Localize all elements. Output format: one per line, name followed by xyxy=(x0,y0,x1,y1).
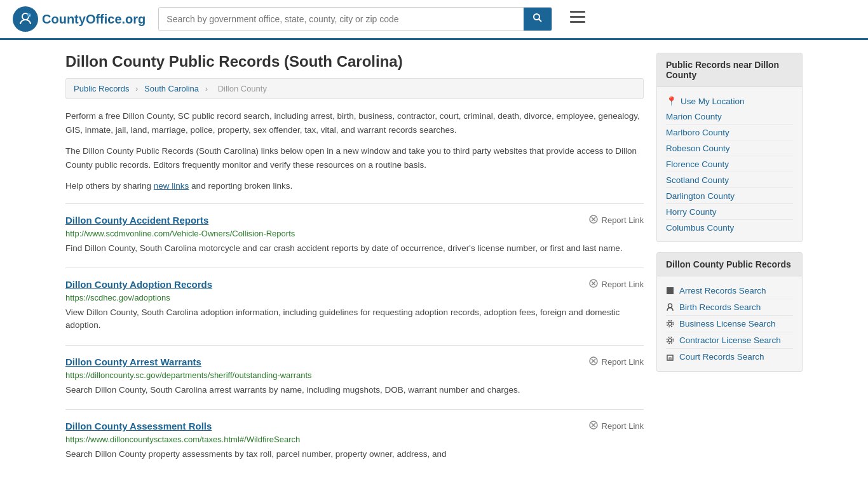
main-content: Dillon County Public Records (South Caro… xyxy=(65,53,644,473)
record-title[interactable]: Dillon County Accident Reports xyxy=(65,215,208,226)
svg-point-21 xyxy=(668,304,672,308)
county-link[interactable]: Florence County xyxy=(666,159,729,169)
record-desc: Search Dillon County property assessment… xyxy=(65,448,644,461)
county-link[interactable]: Marlboro County xyxy=(666,128,729,137)
record-url: http://www.scdmvonline.com/Vehicle-Owner… xyxy=(65,229,644,238)
report-link-label: Report Link xyxy=(602,280,644,289)
new-links-link[interactable]: new links xyxy=(154,181,189,191)
record-entry: Dillon County Arrest Warrants Report Lin… xyxy=(65,356,644,396)
record-type-link[interactable]: Birth Records Search xyxy=(679,302,761,312)
svg-line-4 xyxy=(539,19,541,22)
record-url: https://dilloncounty.sc.gov/departments/… xyxy=(65,370,644,380)
record-type-link[interactable]: Arrest Records Search xyxy=(679,286,766,295)
record-header: Dillon County Arrest Warrants Report Lin… xyxy=(65,356,644,368)
record-icon xyxy=(666,320,675,329)
county-link[interactable]: Scotland County xyxy=(666,175,729,185)
svg-point-25 xyxy=(667,337,674,343)
description-para1: Perform a free Dillon County, SC public … xyxy=(65,109,644,137)
record-type-link[interactable]: Court Records Search xyxy=(679,352,764,362)
report-link-button[interactable]: Report Link xyxy=(588,420,644,432)
report-link-button[interactable]: Report Link xyxy=(588,278,644,290)
page-title: Dillon County Public Records (South Caro… xyxy=(65,53,644,71)
svg-rect-5 xyxy=(570,11,585,13)
divider xyxy=(65,203,644,204)
list-item: Florence County xyxy=(666,156,793,172)
report-link-label: Report Link xyxy=(602,215,644,225)
county-link[interactable]: Horry County xyxy=(666,207,717,217)
divider xyxy=(65,345,644,346)
svg-point-24 xyxy=(668,339,672,342)
report-icon xyxy=(588,214,599,226)
svg-point-22 xyxy=(668,322,672,325)
svg-point-23 xyxy=(667,320,674,327)
record-title[interactable]: Dillon County Assessment Rolls xyxy=(65,421,212,431)
list-item: Columbus County xyxy=(666,220,793,235)
nearby-counties-list: Marion CountyMarlboro CountyRobeson Coun… xyxy=(666,109,793,235)
nearby-section-header: Public Records near Dillon County xyxy=(657,53,802,87)
record-icon xyxy=(666,287,675,295)
report-link-button[interactable]: Report Link xyxy=(588,356,644,368)
record-header: Dillon County Assessment Rolls Report Li… xyxy=(65,420,644,432)
list-item: Marion County xyxy=(666,109,793,125)
list-item: Birth Records Search xyxy=(666,299,793,316)
county-link[interactable]: Darlington County xyxy=(666,191,735,201)
search-bar xyxy=(158,7,552,31)
record-header: Dillon County Accident Reports Report Li… xyxy=(65,214,644,226)
record-url: https://scdhec.gov/adoptions xyxy=(65,293,644,302)
record-entry: Dillon County Accident Reports Report Li… xyxy=(65,214,644,255)
record-icon xyxy=(666,353,675,362)
nearby-section: Public Records near Dillon County 📍 Use … xyxy=(656,53,803,242)
breadcrumb: Public Records › South Carolina › Dillon… xyxy=(65,78,644,99)
logo-text: CountyOffice.org xyxy=(42,12,146,27)
nearby-section-body: 📍 Use My Location Marion CountyMarlboro … xyxy=(657,87,802,241)
dillon-records-header: Dillon County Public Records xyxy=(657,253,802,276)
list-item: Court Records Search xyxy=(666,349,793,365)
record-desc: View Dillon County, South Carolina adopt… xyxy=(65,306,644,332)
main-container: Dillon County Public Records (South Caro… xyxy=(53,40,815,486)
report-icon xyxy=(588,356,599,368)
record-header: Dillon County Adoption Records Report Li… xyxy=(65,278,644,290)
list-item: Arrest Records Search xyxy=(666,283,793,299)
use-my-location-button[interactable]: 📍 Use My Location xyxy=(666,93,793,109)
menu-button[interactable] xyxy=(565,8,590,30)
description-para3: Help others by sharing new links and rep… xyxy=(65,179,644,193)
records-container: Dillon County Accident Reports Report Li… xyxy=(65,214,644,461)
search-button[interactable] xyxy=(524,8,552,30)
breadcrumb-link-public-records[interactable]: Public Records xyxy=(74,84,129,93)
report-icon xyxy=(588,278,599,290)
county-link[interactable]: Robeson County xyxy=(666,144,730,153)
record-desc: Search Dillon County, South Carolina arr… xyxy=(65,384,644,396)
breadcrumb-link-south-carolina[interactable]: South Carolina xyxy=(144,84,199,93)
logo[interactable]: ✓ CountyOffice.org xyxy=(13,6,146,32)
svg-rect-7 xyxy=(570,21,585,23)
svg-text:✓: ✓ xyxy=(28,14,31,18)
svg-rect-20 xyxy=(667,287,674,294)
record-title[interactable]: Dillon County Arrest Warrants xyxy=(65,356,201,367)
dillon-records-body: Arrest Records Search Birth Records Sear… xyxy=(657,276,802,371)
record-type-link[interactable]: Business License Search xyxy=(679,319,776,329)
pin-icon: 📍 xyxy=(666,96,677,106)
description-para2: The Dillon County Public Records (South … xyxy=(65,144,644,172)
list-item: Business License Search xyxy=(666,316,793,332)
county-link[interactable]: Columbus County xyxy=(666,223,734,233)
list-item: Marlboro County xyxy=(666,125,793,140)
search-input[interactable] xyxy=(159,8,524,30)
svg-rect-6 xyxy=(570,16,585,18)
list-item: Contractor License Search xyxy=(666,332,793,349)
sidebar: Public Records near Dillon County 📍 Use … xyxy=(656,53,803,473)
county-link[interactable]: Marion County xyxy=(666,112,722,121)
list-item: Robeson County xyxy=(666,140,793,156)
report-link-label: Report Link xyxy=(602,421,644,431)
record-entry: Dillon County Assessment Rolls Report Li… xyxy=(65,420,644,461)
record-icon xyxy=(666,303,675,312)
dillon-records-list: Arrest Records Search Birth Records Sear… xyxy=(666,283,793,365)
svg-point-3 xyxy=(534,14,539,20)
record-desc: Find Dillon County, South Carolina motor… xyxy=(65,242,644,255)
record-type-link[interactable]: Contractor License Search xyxy=(679,336,781,345)
record-title[interactable]: Dillon County Adoption Records xyxy=(65,279,212,290)
record-url: https://www.dilloncountysctaxes.com/taxe… xyxy=(65,435,644,444)
header: ✓ CountyOffice.org xyxy=(0,0,868,40)
report-link-label: Report Link xyxy=(602,357,644,367)
report-link-button[interactable]: Report Link xyxy=(588,214,644,226)
record-entry: Dillon County Adoption Records Report Li… xyxy=(65,278,644,332)
